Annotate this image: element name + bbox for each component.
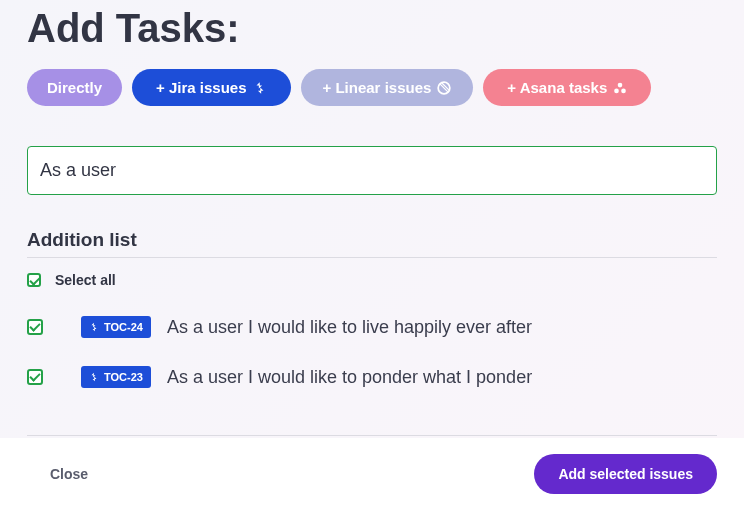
divider xyxy=(27,257,717,258)
jira-icon xyxy=(89,372,99,382)
select-all-label: Select all xyxy=(55,272,116,288)
page-title: Add Tasks: xyxy=(27,6,717,51)
tab-linear-label: + Linear issues xyxy=(323,79,432,96)
linear-icon xyxy=(437,81,451,95)
tab-linear[interactable]: + Linear issues xyxy=(301,69,474,106)
issue-checkbox[interactable] xyxy=(27,369,43,385)
svg-point-4 xyxy=(614,88,619,93)
svg-point-5 xyxy=(621,88,626,93)
list-item: TOC-23 As a user I would like to ponder … xyxy=(27,366,717,388)
issue-checkbox[interactable] xyxy=(27,319,43,335)
issue-key: TOC-23 xyxy=(104,371,143,383)
issue-badge[interactable]: TOC-24 xyxy=(81,316,151,338)
add-selected-button[interactable]: Add selected issues xyxy=(534,454,717,494)
close-button[interactable]: Close xyxy=(50,466,88,482)
issue-title: As a user I would like to live happily e… xyxy=(167,317,532,338)
tab-jira-label: + Jira issues xyxy=(156,79,246,96)
list-heading: Addition list xyxy=(27,229,717,251)
tab-asana[interactable]: + Asana tasks xyxy=(483,69,651,106)
issue-badge[interactable]: TOC-23 xyxy=(81,366,151,388)
select-all-checkbox[interactable] xyxy=(27,273,41,287)
select-all-row: Select all xyxy=(27,272,717,288)
search-input[interactable] xyxy=(27,146,717,195)
tab-directly[interactable]: Directly xyxy=(27,69,122,106)
tab-directly-label: Directly xyxy=(47,79,102,96)
issue-title: As a user I would like to ponder what I … xyxy=(167,367,532,388)
issue-key: TOC-24 xyxy=(104,321,143,333)
asana-icon xyxy=(613,81,627,95)
source-tabs: Directly + Jira issues + Linear issues +… xyxy=(27,69,717,106)
footer-divider xyxy=(27,435,717,436)
tab-jira[interactable]: + Jira issues xyxy=(132,69,290,106)
list-item: TOC-24 As a user I would like to live ha… xyxy=(27,316,717,338)
jira-icon xyxy=(253,81,267,95)
footer: Close Add selected issues xyxy=(0,438,744,510)
jira-icon xyxy=(89,322,99,332)
tab-asana-label: + Asana tasks xyxy=(507,79,607,96)
svg-point-3 xyxy=(618,82,623,87)
